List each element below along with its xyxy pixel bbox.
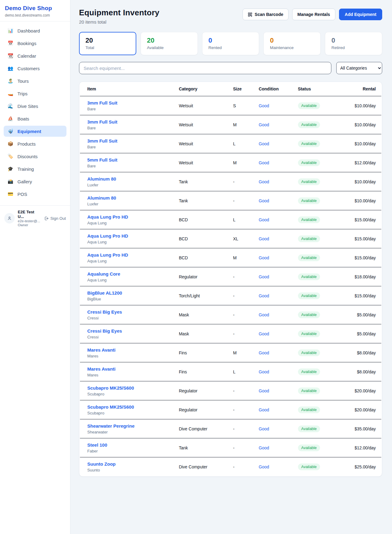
item-name-link[interactable]: Suunto Zoop	[87, 461, 115, 467]
condition-link[interactable]: Good	[259, 141, 269, 146]
sidebar-item-label: POS	[17, 192, 27, 197]
condition-cell: Good	[256, 172, 296, 191]
item-name-link[interactable]: Aqualung Core	[87, 271, 120, 277]
stat-label: Available	[147, 45, 191, 50]
condition-link[interactable]: Good	[259, 274, 269, 279]
item-name-link[interactable]: Aluminum 80	[87, 195, 116, 200]
condition-link[interactable]: Good	[259, 331, 269, 336]
item-name-link[interactable]: Aluminum 80	[87, 176, 116, 181]
condition-link[interactable]: Good	[259, 312, 269, 317]
sidebar-item-gallery[interactable]: 📸Gallery	[4, 176, 66, 187]
condition-link[interactable]: Good	[259, 103, 269, 108]
rental-cell: $20.00/day	[341, 381, 381, 400]
search-input[interactable]	[79, 62, 331, 74]
item-name-link[interactable]: Aqua Lung Pro HD	[87, 233, 128, 238]
stat-card-retired[interactable]: 0Retired	[325, 32, 382, 55]
scan-barcode-button[interactable]: Scan Barcode	[243, 9, 288, 20]
sidebar-item-discounts[interactable]: 🏷️Discounts	[4, 151, 66, 162]
condition-link[interactable]: Good	[259, 255, 269, 260]
condition-cell: Good	[256, 153, 296, 172]
manage-rentals-button[interactable]: Manage Rentals	[292, 9, 335, 20]
status-badge: Available	[298, 444, 320, 451]
size-cell: -	[231, 381, 256, 400]
item-name-link[interactable]: Mares Avanti	[87, 366, 115, 372]
condition-link[interactable]: Good	[259, 407, 269, 412]
sidebar-item-training[interactable]: 🎓Training	[4, 163, 66, 174]
item-name-link[interactable]: 5mm Full Suit	[87, 157, 117, 162]
condition-link[interactable]: Good	[259, 369, 269, 374]
sidebar-item-label: Trips	[17, 91, 28, 96]
category-cell: Wetsuit	[176, 115, 231, 134]
page-title-block: Equipment Inventory 20 items total	[79, 8, 159, 25]
sidebar-item-pos[interactable]: 💳POS	[4, 189, 66, 200]
add-equipment-button[interactable]: Add Equipment	[339, 9, 382, 20]
item-cell: 3mm Full SuitBare	[80, 96, 176, 115]
item-name-link[interactable]: Scubapro MK25/S600	[87, 385, 134, 391]
table-row: Mares AvantiMaresFinsMGoodAvailable$8.00…	[80, 343, 381, 362]
item-name-link[interactable]: Cressi Big Eyes	[87, 328, 122, 334]
item-name-link[interactable]: Cressi Big Eyes	[87, 309, 122, 315]
item-name-link[interactable]: 3mm Full Suit	[87, 100, 117, 105]
user-role: Owner	[18, 223, 41, 227]
stat-card-total[interactable]: 20Total	[79, 32, 136, 55]
status-badge: Available	[298, 178, 320, 185]
item-name-link[interactable]: Mares Avanti	[87, 347, 115, 353]
sidebar-item-calendar[interactable]: 📆Calendar	[4, 50, 66, 61]
item-brand: Scubapro	[87, 411, 174, 415]
size-cell: M	[231, 115, 256, 134]
condition-link[interactable]: Good	[259, 293, 269, 298]
condition-link[interactable]: Good	[259, 160, 269, 165]
sidebar-item-bookings[interactable]: 📅Bookings	[4, 38, 66, 49]
table-row: 3mm Full SuitBareWetsuitSGoodAvailable$1…	[80, 96, 381, 115]
item-name-link[interactable]: Aqua Lung Pro HD	[87, 252, 128, 257]
condition-link[interactable]: Good	[259, 350, 269, 355]
stat-card-rented[interactable]: 0Rented	[202, 32, 259, 55]
sidebar-item-products[interactable]: 📦Products	[4, 138, 66, 149]
status-cell: Available	[296, 400, 341, 419]
condition-link[interactable]: Good	[259, 445, 269, 450]
condition-link[interactable]: Good	[259, 464, 269, 469]
sidebar-item-label: Tours	[17, 78, 29, 84]
stat-card-available[interactable]: 20Available	[141, 32, 198, 55]
item-name-link[interactable]: Steel 100	[87, 442, 107, 448]
condition-cell: Good	[256, 438, 296, 457]
brand-block: Demo Dive Shop demo.test.divestreams.com	[0, 0, 70, 21]
sidebar-item-label: Boats	[17, 116, 29, 121]
item-brand: Suunto	[87, 468, 174, 472]
status-badge: Available	[298, 273, 320, 280]
category-cell: Fins	[176, 343, 231, 362]
condition-link[interactable]: Good	[259, 426, 269, 431]
item-name-link[interactable]: BigBlue AL1200	[87, 290, 122, 296]
condition-cell: Good	[256, 305, 296, 324]
item-name-link[interactable]: 3mm Full Suit	[87, 138, 117, 143]
condition-cell: Good	[256, 343, 296, 362]
condition-link[interactable]: Good	[259, 179, 269, 184]
item-name-link[interactable]: Shearwater Peregrine	[87, 423, 134, 429]
trips-icon: 🚤	[7, 91, 13, 96]
rental-cell: $5.00/day	[341, 324, 381, 343]
size-cell: -	[231, 438, 256, 457]
stat-card-maintenance[interactable]: 0Maintenance	[263, 32, 321, 55]
status-cell: Available	[296, 362, 341, 381]
sidebar-item-dive-sites[interactable]: 🌊Dive Sites	[4, 101, 66, 112]
item-name-link[interactable]: Aqua Lung Pro HD	[87, 214, 128, 219]
condition-link[interactable]: Good	[259, 217, 269, 222]
condition-link[interactable]: Good	[259, 236, 269, 241]
sidebar-item-customers[interactable]: 👥Customers	[4, 63, 66, 74]
sign-out-button[interactable]: Sign Out	[44, 216, 66, 221]
page-title: Equipment Inventory	[79, 8, 159, 17]
condition-link[interactable]: Good	[259, 198, 269, 203]
item-cell: Aqua Lung Pro HDAqua Lung	[80, 248, 176, 267]
condition-link[interactable]: Good	[259, 388, 269, 393]
item-name-link[interactable]: 3mm Full Suit	[87, 119, 117, 124]
item-name-link[interactable]: Scubapro MK25/S600	[87, 404, 134, 410]
boats-icon: ⛵	[7, 116, 13, 121]
sidebar-item-boats[interactable]: ⛵Boats	[4, 113, 66, 124]
category-select[interactable]: All Categories	[336, 62, 382, 74]
condition-link[interactable]: Good	[259, 122, 269, 127]
sidebar-item-equipment[interactable]: 🤿Equipment	[4, 126, 66, 137]
sidebar-item-tours[interactable]: 🏝️Tours	[4, 75, 66, 86]
sidebar-item-dashboard[interactable]: 📊Dashboard	[4, 25, 66, 36]
sidebar-item-trips[interactable]: 🚤Trips	[4, 88, 66, 99]
condition-cell: Good	[256, 362, 296, 381]
